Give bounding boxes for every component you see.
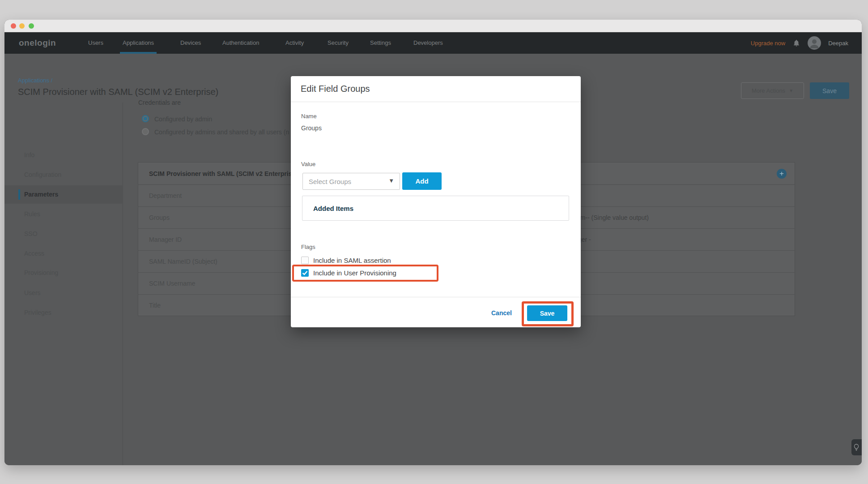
nav-item-security[interactable]: Security [328, 32, 349, 54]
checkbox-include-saml-assertion[interactable] [301, 257, 309, 264]
zoom-window-button[interactable] [29, 23, 34, 29]
field-name: Department [149, 192, 182, 199]
chevron-down-icon: ▼ [388, 177, 394, 184]
lightbulb-icon [853, 444, 859, 451]
checkbox-label-include-user-provisioning[interactable]: Include in User Provisioning [313, 269, 396, 277]
radio-configured-by-admins-shared[interactable] [142, 128, 149, 135]
edit-field-groups-modal: Edit Field Groups Name Groups Value Sele… [291, 76, 581, 327]
page-save-button[interactable]: Save [810, 82, 849, 99]
checkbox-include-user-provisioning[interactable] [301, 269, 309, 277]
page-title: SCIM Provisioner with SAML (SCIM v2 Ente… [18, 87, 218, 97]
sidebar-item-configuration[interactable]: Configuration [4, 166, 123, 184]
added-items-label: Added Items [313, 205, 353, 212]
add-parameter-button[interactable]: + [777, 169, 787, 179]
top-navbar: onelogin Users Applications Devices Auth… [4, 32, 862, 54]
user-avatar[interactable] [808, 36, 821, 50]
nav-item-applications[interactable]: Applications [123, 32, 154, 54]
select-groups-placeholder: Select Groups [309, 178, 351, 185]
sidebar-item-users[interactable]: Users [4, 284, 123, 302]
nav-item-devices[interactable]: Devices [180, 32, 201, 54]
add-button[interactable]: Add [402, 172, 442, 190]
credentials-are-label: Credentials are [138, 99, 181, 106]
more-actions-label: More Actions [752, 87, 785, 94]
close-window-button[interactable] [11, 23, 16, 29]
cancel-button[interactable]: Cancel [491, 309, 512, 317]
window-titlebar [4, 20, 862, 32]
sidebar-item-rules[interactable]: Rules [4, 205, 123, 223]
field-name: SCIM Username [149, 280, 195, 287]
field-name: SAML NameID (Subject) [149, 258, 217, 265]
checkmark-icon [301, 269, 309, 277]
notifications-bell-icon[interactable] [792, 39, 800, 47]
parameters-table-title: SCIM Provisioner with SAML (SCIM v2 Ente… [149, 170, 292, 177]
sidebar-item-sso[interactable]: SSO [4, 225, 123, 243]
nav-item-authentication[interactable]: Authentication [222, 32, 259, 54]
nav-item-activity[interactable]: Activity [285, 32, 304, 54]
groups-value-fragment: rm-- (Single value output) [578, 214, 649, 221]
field-name: Title [149, 302, 161, 309]
sidebar-item-parameters[interactable]: Parameters [4, 185, 123, 204]
breadcrumb[interactable]: Applications / [18, 77, 52, 84]
modal-title: Edit Field Groups [301, 84, 370, 94]
radio-label-configured-by-admins-shared[interactable]: Configured by admins and shared by all u… [154, 128, 289, 136]
modal-title-divider [291, 102, 581, 102]
name-value: Groups [301, 124, 322, 132]
radio-label-configured-by-admin[interactable]: Configured by admin [154, 116, 212, 123]
minimize-window-button[interactable] [19, 23, 25, 29]
sidebar-item-privileges[interactable]: Privileges [4, 304, 123, 322]
value-label: Value [301, 161, 315, 167]
sidebar-item-access[interactable]: Access [4, 244, 123, 263]
nav-item-users[interactable]: Users [88, 32, 103, 54]
chevron-down-icon: ▼ [789, 88, 793, 93]
nav-item-settings[interactable]: Settings [370, 32, 391, 54]
help-lightbulb-tile[interactable] [851, 439, 862, 455]
sidebar-item-provisioning[interactable]: Provisioning [4, 264, 123, 282]
upgrade-now-link[interactable]: Upgrade now [751, 40, 785, 47]
onelogin-logo[interactable]: onelogin [19, 32, 56, 54]
field-name: Manager ID [149, 236, 182, 243]
added-items-box: Added Items [302, 196, 569, 221]
app-sidebar: Info Configuration Parameters Rules SSO … [4, 103, 123, 465]
field-name: Groups [149, 214, 170, 221]
sidebar-item-info[interactable]: Info [4, 146, 123, 164]
username-label[interactable]: Deepak [828, 40, 848, 47]
flags-label: Flags [301, 244, 315, 250]
name-label: Name [301, 113, 317, 120]
nav-item-developers[interactable]: Developers [413, 32, 443, 54]
radio-configured-by-admin[interactable] [142, 115, 149, 122]
app-window: onelogin Users Applications Devices Auth… [4, 20, 862, 465]
modal-footer-divider [291, 297, 581, 297]
more-actions-button[interactable]: More Actions ▼ [741, 82, 804, 99]
modal-save-button[interactable]: Save [527, 305, 567, 321]
select-groups-dropdown[interactable]: Select Groups ▼ [302, 173, 400, 190]
checkbox-label-include-saml-assertion[interactable]: Include in SAML assertion [313, 257, 391, 264]
